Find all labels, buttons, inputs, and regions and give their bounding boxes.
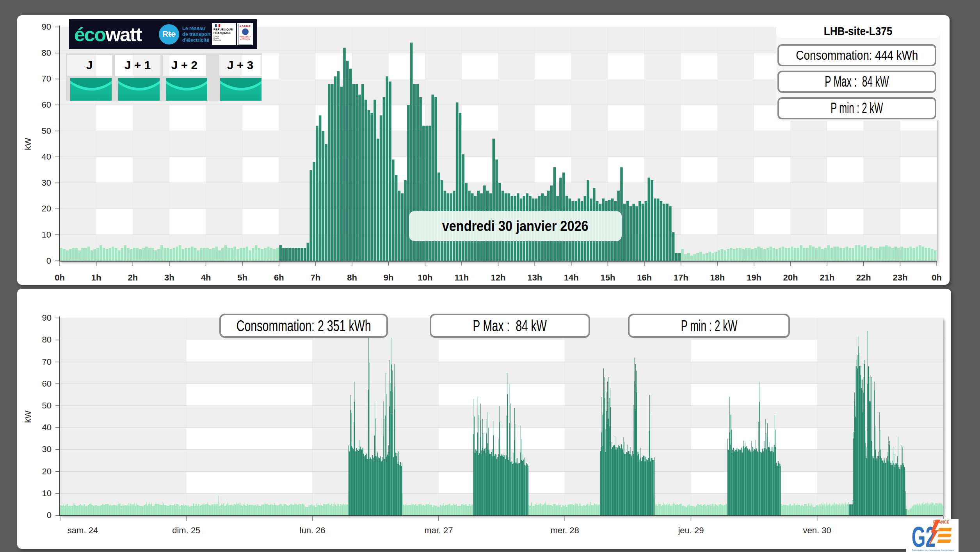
svg-text:Optimisation des ressources én: Optimisation des ressources énergétiques [912,549,954,551]
svg-text:jeu. 29: jeu. 29 [678,525,704,535]
svg-text:80: 80 [42,48,51,58]
svg-text:10: 10 [42,488,52,498]
svg-text:FRANCE: FRANCE [933,520,950,524]
svg-text:11h: 11h [455,273,469,282]
svg-text:30: 30 [42,444,52,454]
svg-text:70: 70 [42,74,51,83]
svg-text:30: 30 [42,178,51,188]
svg-text:9h: 9h [384,273,394,282]
svg-text:1h: 1h [91,273,101,282]
svg-text:mer. 28: mer. 28 [550,525,579,535]
svg-text:21h: 21h [820,273,834,282]
svg-text:dim. 25: dim. 25 [172,525,200,535]
svg-text:0h: 0h [55,273,65,282]
svg-text:22h: 22h [856,273,871,282]
svg-text:50: 50 [42,401,52,410]
svg-text:90: 90 [42,313,52,323]
svg-text:2h: 2h [128,273,138,282]
svg-text:6h: 6h [274,273,284,282]
svg-text:18h: 18h [710,273,725,282]
svg-text:kW: kW [23,410,33,423]
svg-text:20: 20 [42,467,52,476]
svg-text:20h: 20h [783,273,798,282]
svg-text:10: 10 [42,230,51,240]
svg-text:0: 0 [46,256,51,266]
svg-text:kW: kW [23,138,33,150]
svg-text:ven. 30: ven. 30 [803,525,831,535]
svg-text:4h: 4h [201,273,211,282]
svg-text:80: 80 [42,335,52,344]
svg-text:13h: 13h [527,273,542,282]
svg-text:0h: 0h [932,273,942,282]
svg-text:20: 20 [42,204,51,213]
svg-text:sam. 24: sam. 24 [68,525,98,535]
svg-text:12h: 12h [491,273,506,282]
svg-text:lun. 26: lun. 26 [300,525,325,535]
svg-text:16h: 16h [637,273,652,282]
svg-text:40: 40 [42,152,51,162]
svg-text:5h: 5h [237,273,247,282]
svg-text:15h: 15h [600,273,615,282]
svg-text:8h: 8h [347,273,357,282]
svg-text:70: 70 [42,357,52,367]
svg-text:50: 50 [42,126,51,136]
svg-text:G2: G2 [912,521,936,552]
svg-text:60: 60 [42,100,51,110]
svg-text:3h: 3h [164,273,174,282]
svg-text:10h: 10h [418,273,432,282]
svg-text:40: 40 [42,422,52,432]
svg-text:19h: 19h [747,273,761,282]
svg-text:90: 90 [42,22,51,32]
svg-text:60: 60 [42,379,52,389]
svg-text:7h: 7h [311,273,321,282]
svg-text:23h: 23h [893,273,907,282]
svg-text:0: 0 [47,510,52,520]
svg-text:14h: 14h [564,273,579,282]
svg-text:17h: 17h [674,273,688,282]
svg-text:mar. 27: mar. 27 [424,525,453,535]
